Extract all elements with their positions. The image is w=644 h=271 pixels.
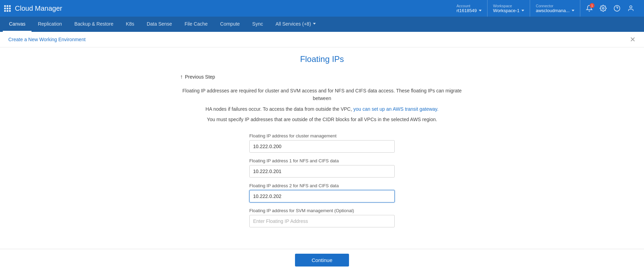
description-line1: Floating IP addresses are required for c… (180, 87, 464, 102)
field1-group: Floating IP address for cluster manageme… (249, 133, 395, 153)
account-label: Account (457, 4, 471, 8)
content-wrapper: Create a New Working Environment ✕ Float… (0, 32, 644, 268)
transit-gateway-link[interactable]: you can set up an AWS transit gateway. (354, 106, 439, 112)
all-services-chevron (313, 23, 316, 25)
close-button[interactable]: ✕ (630, 36, 636, 43)
nav-item-replication[interactable]: Replication (32, 17, 68, 32)
workspace-chevron (521, 10, 524, 11)
nav-item-all-services[interactable]: All Services (+8) (269, 17, 322, 32)
user-profile-button[interactable] (625, 2, 637, 15)
footer-bar: Continue (0, 249, 644, 268)
page-title-section: Floating IPs (0, 47, 644, 67)
page-title: Floating IPs (0, 54, 644, 64)
nav-item-sync[interactable]: Sync (246, 17, 269, 32)
header-icon-group: 1 (580, 2, 640, 15)
previous-step-button[interactable]: ↑ Previous Step (180, 74, 215, 80)
svg-point-0 (602, 8, 604, 9)
breadcrumb-link[interactable]: Create a New Working Environment (8, 37, 86, 42)
nav-item-compute[interactable]: Compute (214, 17, 246, 32)
connector-label: Connector (536, 4, 553, 8)
field1-label: Floating IP address for cluster manageme… (249, 133, 395, 138)
description-line2: HA nodes if failures occur. To access th… (180, 105, 464, 113)
field4-group: Floating IP address for SVM management (… (249, 208, 395, 227)
nav-item-backup-restore[interactable]: Backup & Restore (68, 17, 120, 32)
account-value: rt1618549 (457, 8, 482, 13)
nav-item-canvas[interactable]: Canvas (3, 17, 32, 32)
settings-button[interactable] (597, 2, 609, 15)
continue-button[interactable]: Continue (295, 254, 349, 267)
svg-point-3 (630, 6, 632, 8)
field3-group: Floating IP address 2 for NFS and CIFS d… (249, 183, 395, 202)
form-container: Floating IP address for cluster manageme… (249, 133, 395, 227)
breadcrumb-bar: Create a New Working Environment ✕ (0, 32, 644, 47)
nav-item-k8s[interactable]: K8s (120, 17, 141, 32)
main-content: ↑ Previous Step Floating IP addresses ar… (166, 67, 478, 240)
workspace-label: Workspace (493, 4, 512, 8)
field2-label: Floating IP address 1 for NFS and CIFS d… (249, 158, 395, 163)
connector-value: awscloudmana... (536, 8, 574, 13)
header-right: Account rt1618549 Workspace Workspace-1 … (451, 0, 640, 17)
workspace-selector[interactable]: Workspace Workspace-1 (488, 0, 530, 17)
field4-input[interactable] (249, 215, 395, 227)
nav-item-data-sense[interactable]: Data Sense (141, 17, 178, 32)
nav-bar: Canvas Replication Backup & Restore K8s … (0, 17, 644, 32)
top-header: Cloud Manager Account rt1618549 Workspac… (0, 0, 644, 17)
field3-label: Floating IP address 2 for NFS and CIFS d… (249, 183, 395, 188)
description-block: Floating IP addresses are required for c… (180, 87, 464, 124)
field4-label: Floating IP address for SVM management (… (249, 208, 395, 213)
account-chevron (479, 10, 482, 11)
field2-input[interactable] (249, 165, 395, 178)
app-title: Cloud Manager (15, 4, 447, 12)
previous-step-label: Previous Step (185, 74, 215, 80)
connector-chevron (572, 10, 574, 11)
workspace-value: Workspace-1 (493, 8, 524, 13)
help-button[interactable] (611, 2, 623, 15)
account-selector[interactable]: Account rt1618549 (451, 0, 488, 17)
field1-input[interactable] (249, 140, 395, 153)
grid-menu-icon[interactable] (4, 5, 11, 12)
connector-selector[interactable]: Connector awscloudmana... (530, 0, 580, 17)
notification-bell-button[interactable]: 1 (583, 2, 596, 15)
notification-badge: 1 (590, 3, 594, 8)
nav-item-file-cache[interactable]: File Cache (178, 17, 214, 32)
description-line3: You must specify IP addresses that are o… (180, 116, 464, 123)
up-arrow-icon: ↑ (180, 74, 183, 80)
field3-input[interactable] (249, 190, 395, 202)
field2-group: Floating IP address 1 for NFS and CIFS d… (249, 158, 395, 178)
